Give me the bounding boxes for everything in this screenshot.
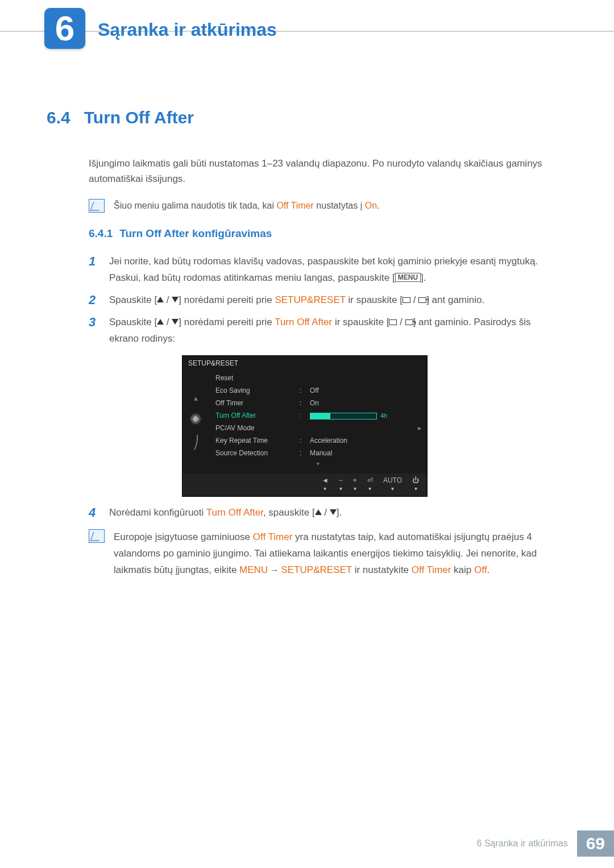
note-text: Šiuo meniu galima naudotis tik tada, kai…: [114, 199, 380, 213]
step-text: Spauskite [ / ] norėdami pereiti prie SE…: [109, 292, 563, 309]
osd-title: SETUP&RESET: [182, 356, 427, 371]
down-arrow-icon: [330, 509, 337, 515]
page-number: 69: [577, 830, 614, 857]
osd-footer-back: ◄▾: [322, 476, 329, 492]
step-number: 1: [89, 254, 99, 286]
on-label: On: [365, 201, 377, 210]
osd-footer-minus: −▾: [339, 476, 343, 492]
setup-reset-label: SETUP&RESET: [275, 294, 345, 305]
osd-up-indicator: ▴: [194, 393, 198, 402]
osd-row-turn-off-after: Turn Off After: 4h: [209, 409, 427, 422]
steps-list-cont: 4 Norėdami konfigūruoti Turn Off After, …: [89, 505, 563, 521]
down-arrow-icon: [172, 297, 179, 302]
osd-row-pcav-mode: PC/AV Mode: [209, 422, 427, 434]
chapter-number-badge: 6: [44, 8, 85, 49]
subsection-number: 6.4.1: [89, 227, 113, 239]
section-intro: Išjungimo laikmatis gali būti nustatomas…: [89, 156, 563, 186]
osd-brace: ⎠: [193, 435, 199, 450]
step-2: 2 Spauskite [ / ] norėdami pereiti prie …: [89, 292, 563, 309]
up-arrow-icon: [157, 297, 164, 302]
header-divider: [0, 31, 614, 32]
off-timer-label: Off Timer: [276, 201, 314, 210]
osd-row-key-repeat: Key Repeat Time:Acceleration: [209, 434, 427, 447]
page-footer: 6 Sąranka ir atkūrimas 69: [477, 830, 614, 857]
osd-row-eco-saving: Eco Saving:Off: [209, 384, 427, 397]
eu-note: Europoje įsigytuose gaminiuose Off Timer…: [89, 529, 563, 579]
osd-menu: Reset Eco Saving:Off Off Timer:On Turn O…: [209, 371, 427, 474]
off-label: Off: [474, 564, 487, 575]
setup-reset-label: SETUP&RESET: [281, 564, 352, 575]
step-number: 3: [89, 314, 99, 347]
osd-sidebar: ▴ ⎠: [182, 371, 209, 474]
steps-list: 1 Jei norite, kad būtų rodomas klavišų v…: [89, 254, 563, 347]
up-arrow-icon: [315, 509, 322, 515]
osd-slider: [310, 413, 377, 420]
source-icon: [389, 319, 397, 325]
precondition-note: Šiuo meniu galima naudotis tik tada, kai…: [89, 199, 563, 213]
note-icon: [89, 529, 105, 543]
note-text: Europoje įsigytuose gaminiuose Off Timer…: [114, 529, 563, 579]
step-text: Norėdami konfigūruoti Turn Off After, sp…: [109, 505, 563, 521]
osd-slider-value: 4h: [380, 412, 387, 419]
menu-label: MENU: [239, 564, 268, 575]
down-arrow-icon: [172, 319, 179, 325]
osd-footer-enter: ⏎▾: [367, 476, 373, 492]
off-timer-label: Off Timer: [412, 564, 451, 575]
source-icon: [403, 297, 410, 303]
osd-row-reset: Reset: [209, 372, 427, 384]
step-1: 1 Jei norite, kad būtų rodomas klavišų v…: [89, 254, 563, 286]
step-4: 4 Norėdami konfigūruoti Turn Off After, …: [89, 505, 563, 521]
step-number: 4: [89, 505, 99, 521]
step-text: Jei norite, kad būtų rodomas klavišų vad…: [109, 254, 563, 286]
page-content: 6.4Turn Off After Išjungimo laikmatis ga…: [0, 57, 614, 578]
step-number: 2: [89, 292, 99, 309]
page-header: 6 Sąranka ir atkūrimas: [0, 0, 614, 57]
step-3: 3 Spauskite [ / ] norėdami pereiti prie …: [89, 314, 563, 347]
enter-icon: [405, 319, 413, 325]
arrow-right-icon: →: [268, 565, 281, 575]
osd-footer-plus: +▾: [353, 476, 357, 492]
osd-row-off-timer: Off Timer:On: [209, 397, 427, 409]
turn-off-after-label: Turn Off After: [275, 317, 332, 327]
osd-footer-auto: AUTO▾: [383, 476, 402, 492]
osd-screenshot: SETUP&RESET ▴ ⎠ Reset Eco Saving:Off Off…: [182, 355, 428, 497]
subsection-title: Turn Off After konfigūravimas: [119, 227, 272, 239]
section-heading: 6.4Turn Off After: [47, 108, 563, 127]
off-timer-label: Off Timer: [253, 531, 293, 542]
footer-text: 6 Sąranka ir atkūrimas: [477, 838, 568, 849]
turn-off-after-label: Turn Off After: [206, 507, 263, 518]
section-title: Turn Off After: [84, 108, 194, 127]
note-icon: [89, 199, 105, 213]
osd-footer: ◄▾ −▾ +▾ ⏎▾ AUTO▾ ⏻▾: [182, 474, 427, 496]
menu-button-label: MENU: [395, 273, 421, 282]
osd-down-indicator: ▾: [209, 459, 427, 468]
chapter-title: Sąranka ir atkūrimas: [98, 19, 277, 40]
subsection-heading: 6.4.1Turn Off After konfigūravimas: [89, 227, 563, 240]
step-text: Spauskite [ / ] norėdami pereiti prie Tu…: [109, 314, 563, 347]
osd-row-source-detection: Source Detection:Manual: [209, 447, 427, 459]
section-number: 6.4: [47, 108, 70, 127]
gear-icon: [189, 413, 202, 425]
osd-footer-power: ⏻▾: [412, 476, 419, 492]
enter-icon: [418, 297, 426, 303]
up-arrow-icon: [157, 319, 164, 325]
